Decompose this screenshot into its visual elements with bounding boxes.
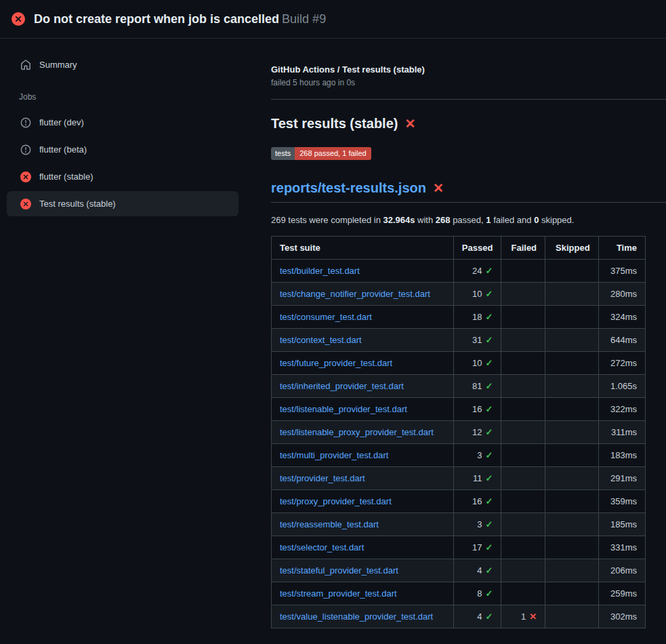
check-icon: ✓ [485,335,493,345]
failed-x-icon: ✕ [404,117,415,130]
time-cell: 272ms [598,352,645,375]
test-suite-link[interactable]: test/provider_test.dart [280,473,365,483]
failed-x-icon: ✕ [433,182,444,195]
failed-cell [501,444,545,467]
skipped-cell [545,260,599,283]
passed-count: 31 [472,335,482,345]
summary-line: 269 tests were completed in 32.964s with… [271,215,666,225]
skipped-cell [545,398,599,421]
passed-cell: 10✓ [453,352,501,375]
jobs-heading: Jobs [19,92,238,102]
failed-cell [501,582,545,605]
breadcrumb: GitHub Actions / Test results (stable) [271,64,666,75]
skipped-cell [545,421,599,444]
suite-cell: test/reassemble_test.dart [272,513,454,536]
table-row: test/stream_provider_test.dart8✓259ms [272,582,646,605]
check-icon: ✓ [485,266,493,276]
job-label: flutter (dev) [39,117,84,127]
sidebar-item-test-results-stable[interactable]: Test results (stable) [7,191,238,216]
suite-cell: test/value_listenable_provider_test.dart [272,605,454,628]
suite-cell: test/consumer_test.dart [272,306,454,329]
passed-cell: 4✓ [453,605,501,628]
test-suite-link[interactable]: test/inherited_provider_test.dart [280,381,404,391]
table-row: test/multi_provider_test.dart3✓183ms [272,444,646,467]
suite-cell: test/selector_test.dart [272,536,454,559]
skipped-cell [545,329,599,352]
job-label: flutter (stable) [39,172,93,182]
sidebar-item-flutter-dev[interactable]: flutter (dev) [7,110,238,135]
check-icon: ✓ [485,588,493,599]
table-row: test/consumer_test.dart18✓324ms [272,306,646,329]
check-icon: ✓ [485,312,493,322]
test-suite-link[interactable]: test/future_provider_test.dart [280,358,392,368]
failed-cell [501,536,545,559]
passed-cell: 12✓ [453,421,501,444]
x-circle-icon [20,172,31,182]
home-icon [20,60,31,71]
test-suite-link[interactable]: test/reassemble_test.dart [280,519,379,529]
failed-cell [501,513,545,536]
test-suite-link[interactable]: test/context_test.dart [280,335,362,345]
sidebar-item-flutter-stable[interactable]: flutter (stable) [7,164,238,189]
test-suite-link[interactable]: test/selector_test.dart [280,542,364,552]
section-title: Test results (stable) ✕ [271,116,666,132]
passed-count: 10 [472,289,482,299]
suite-cell: test/listenable_proxy_provider_test.dart [272,421,454,444]
passed-count: 4 [477,565,482,576]
test-suite-link[interactable]: test/value_listenable_provider_test.dart [280,611,433,622]
alert-circle-icon [20,144,31,155]
col-time: Time [598,237,645,260]
sidebar-item-summary[interactable]: Summary [7,52,238,77]
passed-cell: 11✓ [453,467,501,490]
check-icon: ✓ [485,611,493,622]
test-suite-link[interactable]: test/change_notifier_provider_test.dart [280,289,430,299]
test-suite-link[interactable]: test/proxy_provider_test.dart [280,496,392,506]
passed-count: 3 [477,519,482,529]
passed-cell: 8✓ [453,582,501,605]
table-row: test/listenable_provider_test.dart16✓322… [272,398,646,421]
check-icon: ✓ [485,519,493,529]
main-content: GitHub Actions / Test results (stable) f… [260,39,666,628]
passed-cell: 16✓ [453,490,501,513]
table-row: test/reassemble_test.dart3✓185ms [272,513,646,536]
summary-mid2: passed, [451,215,486,225]
sidebar-item-flutter-beta[interactable]: flutter (beta) [7,137,238,162]
check-icon: ✓ [485,565,493,576]
table-row: test/builder_test.dart24✓375ms [272,260,646,283]
time-cell: 280ms [598,283,645,306]
suite-cell: test/inherited_provider_test.dart [272,375,454,398]
tests-badge: tests 268 passed, 1 failed [271,147,371,160]
suite-cell: test/multi_provider_test.dart [272,444,454,467]
failed-cell [501,398,545,421]
test-suite-link[interactable]: test/listenable_provider_test.dart [280,404,407,414]
failed-cell [501,490,545,513]
passed-cell: 18✓ [453,306,501,329]
passed-count: 4 [477,611,482,622]
time-cell: 322ms [598,398,645,421]
col-passed: Passed [453,237,501,260]
table-row: test/context_test.dart31✓644ms [272,329,646,352]
test-suite-link[interactable]: test/multi_provider_test.dart [280,450,388,460]
skipped-cell [545,306,599,329]
skipped-cell [545,375,599,398]
run-title: Do not create report when job is cancell… [34,12,279,26]
test-suite-link[interactable]: test/stateful_provider_test.dart [280,565,398,576]
failed-count: 1 [521,611,526,622]
test-suite-link[interactable]: test/consumer_test.dart [280,312,372,322]
test-suite-link[interactable]: test/stream_provider_test.dart [280,588,397,599]
report-link[interactable]: reports/test-results.json [271,180,426,196]
time-cell: 259ms [598,582,645,605]
run-meta: failed 5 hours ago in 0s [271,78,666,87]
failed-cell [501,352,545,375]
passed-count: 18 [472,312,482,322]
check-icon: ✓ [485,473,493,483]
time-cell: 183ms [598,444,645,467]
passed-cell: 17✓ [453,536,501,559]
test-suite-link[interactable]: test/builder_test.dart [280,266,360,276]
skipped-cell [545,559,599,582]
x-circle-icon [20,199,31,209]
time-cell: 331ms [598,536,645,559]
test-suite-link[interactable]: test/listenable_proxy_provider_test.dart [280,427,434,437]
badge-value: 268 passed, 1 failed [295,147,371,160]
failed-cell [501,467,545,490]
